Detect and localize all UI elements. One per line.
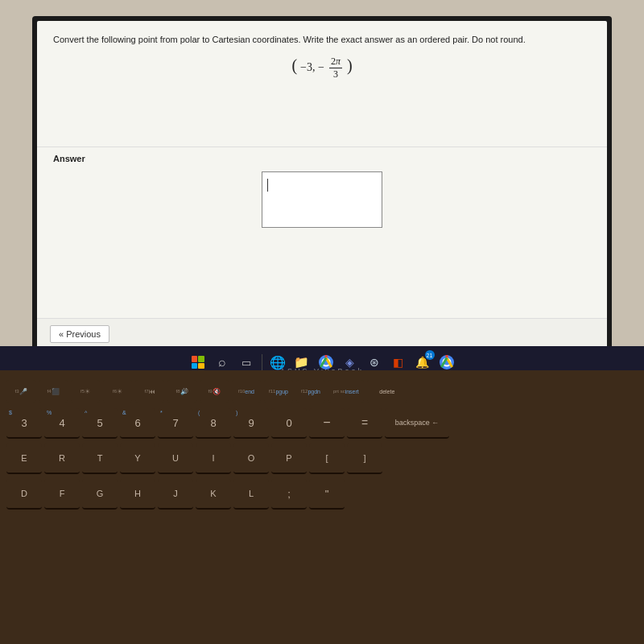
nav-area: « Previous <box>37 318 607 349</box>
key-l[interactable]: L <box>233 479 269 510</box>
fn-key-f9[interactable]: f9🔇 <box>200 380 229 402</box>
fn-key-f7[interactable]: f7⏮ <box>135 380 164 402</box>
key-e[interactable]: E <box>6 444 42 474</box>
fn-key-f11[interactable]: f11pgup <box>264 380 293 402</box>
answer-label: Answer <box>53 154 591 163</box>
text-cursor <box>267 179 268 192</box>
key-j[interactable]: J <box>158 479 193 510</box>
key-6[interactable]: & 6 <box>120 408 155 439</box>
key-minus[interactable]: − <box>309 408 345 439</box>
key-d[interactable]: D <box>6 479 42 510</box>
fn-key-f12[interactable]: f12pgdn <box>296 380 325 402</box>
function-key-row: f3🎤 f4⬛ f5☀ f6☀ f7⏮ f8🔊 f9🔇 f10end f11pg… <box>0 370 644 406</box>
fn-key-f4[interactable]: f4⬛ <box>39 380 68 402</box>
steam-icon[interactable]: ⊛ <box>365 353 383 371</box>
previous-button[interactable]: « Previous <box>50 325 109 343</box>
key-4[interactable]: % 4 <box>44 408 80 439</box>
key-g[interactable]: G <box>82 479 118 510</box>
key-y[interactable]: Y <box>120 444 155 474</box>
fn-key-f10[interactable]: f10end <box>232 380 261 402</box>
screen-area: Convert the following point from polar t… <box>0 0 644 370</box>
notification-badge: 21 <box>425 350 435 360</box>
expr-paren-close: ) <box>347 57 353 75</box>
key-backspace[interactable]: backspace ← <box>385 408 449 439</box>
key-5[interactable]: ^ 5 <box>82 408 118 439</box>
answer-input-box[interactable] <box>262 171 382 228</box>
expr-r-value: −3, − <box>300 62 324 74</box>
fraction-numerator: 2π <box>329 56 342 68</box>
key-9[interactable]: ) 9 <box>233 408 269 439</box>
key-7[interactable]: * 7 <box>158 408 193 439</box>
key-k[interactable]: K <box>196 479 231 510</box>
key-quote[interactable]: " <box>309 479 345 510</box>
key-o[interactable]: O <box>233 444 269 474</box>
task-view-icon[interactable]: ▭ <box>237 353 255 371</box>
screen-bezel: Convert the following point from polar t… <box>32 16 612 354</box>
screen-content: Convert the following point from polar t… <box>37 21 607 349</box>
key-semicolon[interactable]: ; <box>271 479 307 510</box>
key-u[interactable]: U <box>158 444 193 474</box>
key-bracket-close[interactable]: ] <box>347 444 382 474</box>
qwerty-row: E R T Y U I O P [ ] <box>0 441 644 477</box>
number-key-row: $ 3 % 4 ^ 5 & 6 * 7 ( 8 ) 9 0 − = <box>0 406 644 441</box>
answer-area: Answer <box>37 147 607 318</box>
key-h[interactable]: H <box>120 479 155 510</box>
key-p[interactable]: P <box>271 444 307 474</box>
key-0[interactable]: 0 <box>271 408 307 439</box>
fn-key-f6[interactable]: f6☀ <box>103 380 132 402</box>
fn-key-f8[interactable]: f8🔊 <box>167 380 196 402</box>
key-r[interactable]: R <box>44 444 80 474</box>
key-8[interactable]: ( 8 <box>196 408 231 439</box>
search-icon[interactable]: ⌕ <box>213 353 231 371</box>
asdf-row: D F G H J K L ; " <box>0 477 644 512</box>
fn-key-f5[interactable]: f5☀ <box>71 380 100 402</box>
key-i[interactable]: I <box>196 444 231 474</box>
math-expression: ( −3, − 2π 3 ) <box>53 56 591 80</box>
fn-key-delete[interactable]: delete <box>367 380 407 402</box>
office-icon[interactable]: ◧ <box>390 353 407 371</box>
problem-instruction: Convert the following point from polar t… <box>53 34 591 46</box>
expr-paren-open: ( <box>291 57 297 75</box>
key-f[interactable]: F <box>44 479 80 510</box>
key-t[interactable]: T <box>82 444 118 474</box>
fn-key-f3[interactable]: f3🎤 <box>6 380 35 402</box>
notification-icon[interactable]: 🔔 21 <box>414 353 431 371</box>
taskbar-divider <box>262 354 262 370</box>
key-equals[interactable]: = <box>347 408 382 439</box>
key-bracket-open[interactable]: [ <box>309 444 345 474</box>
problem-area: Convert the following point from polar t… <box>37 21 607 147</box>
key-3[interactable]: $ 3 <box>6 408 42 439</box>
fraction-denominator: 3 <box>332 68 340 80</box>
chrome2-icon[interactable] <box>438 353 456 371</box>
fn-key-prtsc[interactable]: prt scinsert <box>328 380 364 402</box>
laptop-body: f3🎤 f4⬛ f5☀ f6☀ f7⏮ f8🔊 f9🔇 f10end f11pg… <box>0 370 644 644</box>
math-fraction: 2π 3 <box>329 56 342 80</box>
windows-icon[interactable] <box>189 353 207 371</box>
